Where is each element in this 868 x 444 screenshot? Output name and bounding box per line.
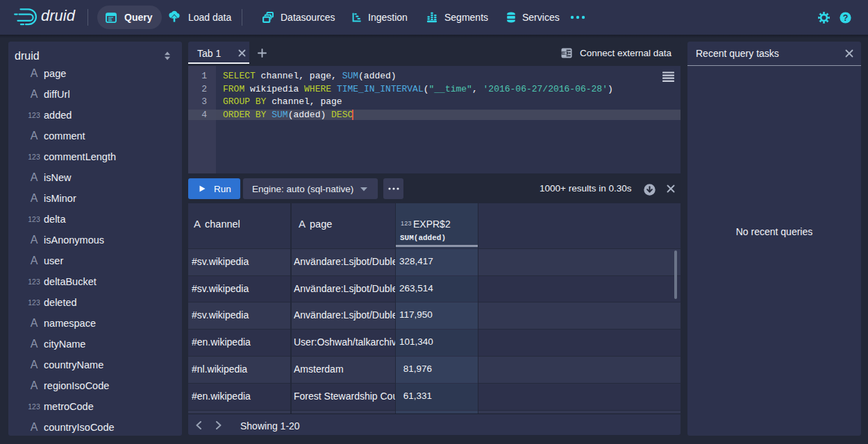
svg-text:?: ?	[843, 12, 849, 22]
